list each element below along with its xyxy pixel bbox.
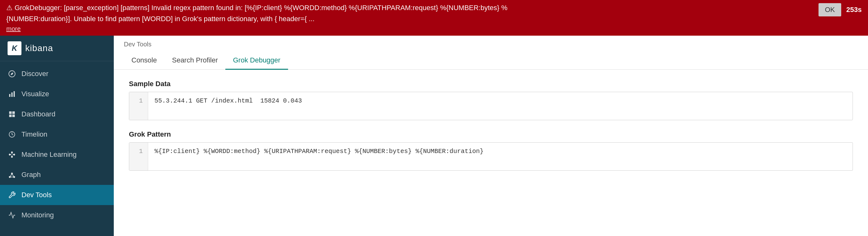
svg-rect-4 bbox=[13, 91, 15, 97]
bar-chart-icon bbox=[7, 90, 17, 98]
sample-data-line-numbers: 1 bbox=[129, 92, 148, 120]
sidebar: K kibana Discover bbox=[0, 36, 114, 236]
kibana-logo-letter: K bbox=[12, 44, 17, 53]
svg-rect-8 bbox=[12, 115, 15, 117]
tab-search-profiler[interactable]: Search Profiler bbox=[164, 52, 226, 70]
sidebar-label-discover: Discover bbox=[22, 70, 49, 78]
svg-point-10 bbox=[9, 154, 10, 155]
svg-rect-7 bbox=[9, 115, 12, 117]
sidebar-label-visualize: Visualize bbox=[22, 90, 49, 98]
sidebar-label-timelion: Timelion bbox=[22, 130, 47, 139]
svg-line-21 bbox=[10, 174, 12, 176]
grok-pattern-label: Grok Pattern bbox=[129, 130, 853, 139]
content-area: Dev Tools Console Search Profiler Grok D… bbox=[114, 36, 868, 236]
grid-icon bbox=[7, 110, 17, 119]
error-timer: 253s bbox=[846, 6, 862, 14]
error-message-line2: {NUMBER:duration}]. Unable to find patte… bbox=[6, 14, 818, 24]
sample-data-editor[interactable]: 1 55.3.244.1 GET /index.html 15824 0.043 bbox=[129, 92, 853, 120]
kibana-logo-icon: K bbox=[7, 41, 22, 55]
svg-rect-6 bbox=[12, 111, 15, 114]
error-banner-content: GrokDebugger: [parse_exception] [pattern… bbox=[6, 3, 818, 32]
svg-rect-2 bbox=[9, 94, 10, 97]
sidebar-item-graph[interactable]: Graph bbox=[0, 165, 114, 185]
svg-point-13 bbox=[11, 156, 12, 157]
sidebar-label-dashboard: Dashboard bbox=[22, 110, 56, 118]
tab-console[interactable]: Console bbox=[124, 52, 164, 70]
error-message-line1: GrokDebugger: [parse_exception] [pattern… bbox=[6, 3, 818, 13]
compass-icon bbox=[7, 69, 17, 78]
svg-rect-5 bbox=[9, 111, 12, 114]
sidebar-label-monitoring: Monitoring bbox=[22, 211, 54, 219]
ml-icon bbox=[7, 150, 17, 159]
svg-point-12 bbox=[13, 154, 15, 155]
sidebar-label-graph: Graph bbox=[22, 171, 41, 179]
tabs: Console Search Profiler Grok Debugger bbox=[124, 52, 858, 69]
wrench-icon bbox=[7, 190, 17, 199]
grok-pattern-line-numbers: 1 bbox=[129, 143, 148, 170]
sidebar-item-visualize[interactable]: Visualize bbox=[0, 84, 114, 104]
sidebar-item-dev-tools[interactable]: Dev Tools bbox=[0, 185, 114, 205]
kibana-logo-text: kibana bbox=[25, 43, 53, 53]
svg-rect-3 bbox=[11, 92, 12, 97]
error-more-link[interactable]: more bbox=[6, 25, 818, 32]
sidebar-logo: K kibana bbox=[0, 36, 114, 61]
sidebar-item-machine-learning[interactable]: Machine Learning bbox=[0, 145, 114, 165]
ok-button[interactable]: OK bbox=[818, 3, 841, 17]
grok-pattern-editor[interactable]: 1 %{IP:client} %{WORDD:method} %{URIPATH… bbox=[129, 142, 853, 171]
sidebar-item-discover[interactable]: Discover bbox=[0, 64, 114, 84]
main-content: Sample Data 1 55.3.244.1 GET /index.html… bbox=[114, 70, 868, 236]
error-banner-actions: OK 253s bbox=[818, 3, 862, 17]
sidebar-item-monitoring[interactable]: Monitoring bbox=[0, 205, 114, 225]
sidebar-item-dashboard[interactable]: Dashboard bbox=[0, 104, 114, 124]
sample-data-label: Sample Data bbox=[129, 80, 853, 88]
sample-data-content[interactable]: 55.3.244.1 GET /index.html 15824 0.043 bbox=[148, 92, 852, 120]
main-layout: K kibana Discover bbox=[0, 36, 868, 236]
svg-point-18 bbox=[9, 176, 10, 178]
svg-point-19 bbox=[11, 173, 12, 174]
error-banner: GrokDebugger: [parse_exception] [pattern… bbox=[0, 0, 868, 36]
page-header: Dev Tools Console Search Profiler Grok D… bbox=[114, 36, 868, 70]
svg-point-11 bbox=[11, 152, 12, 153]
timelion-icon bbox=[7, 130, 17, 139]
sidebar-label-dev-tools: Dev Tools bbox=[22, 191, 52, 199]
sidebar-item-timelion[interactable]: Timelion bbox=[0, 124, 114, 145]
sidebar-nav: Discover Visualize bbox=[0, 61, 114, 225]
svg-marker-1 bbox=[11, 72, 13, 75]
svg-line-22 bbox=[12, 174, 13, 176]
graph-icon bbox=[7, 170, 17, 179]
heartbeat-icon bbox=[7, 211, 17, 219]
grok-pattern-content[interactable]: %{IP:client} %{WORDD:method} %{URIPATHPA… bbox=[148, 143, 852, 170]
page-title: Dev Tools bbox=[124, 41, 858, 48]
svg-point-20 bbox=[13, 176, 15, 178]
sidebar-label-machine-learning: Machine Learning bbox=[22, 150, 76, 159]
tab-grok-debugger[interactable]: Grok Debugger bbox=[225, 52, 288, 70]
